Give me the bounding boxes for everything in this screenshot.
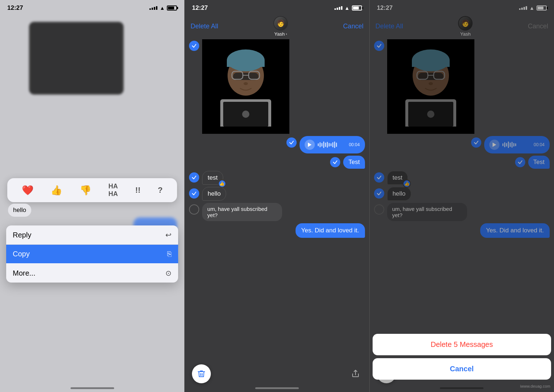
check-test-received-p2[interactable] xyxy=(189,172,199,183)
msg-row-audio-p2: 00:04 xyxy=(189,136,365,153)
wifi-icon-p2: ▲ xyxy=(345,5,350,11)
uncheck-subscribed-p2[interactable] xyxy=(189,204,199,215)
msg-row-test-received-p2: test 👍 xyxy=(189,171,365,185)
messages-list-p2: 00:04 Test test 👍 xyxy=(185,36,369,363)
msg-row-test-p2: Test xyxy=(189,156,365,169)
check-hello-p2[interactable] xyxy=(189,188,199,199)
check-image-p3[interactable] xyxy=(374,41,384,51)
msg-row-yes-p2: Yes. Did and loved it. xyxy=(189,223,365,238)
copy-icon: ⎘ xyxy=(167,250,172,258)
status-bar-panel1: 12:27 ▲ xyxy=(0,0,184,16)
msg-row-hello-p3: hello xyxy=(374,187,550,201)
subscribed-bubble-p3: um, have yall subscribed yet? xyxy=(387,203,467,221)
nav-bar-panel3: Delete All 🧑 Yash Cancel xyxy=(370,16,554,36)
waveform-p2 xyxy=(318,140,346,149)
panel-2-select-messages: 12:27 ▲ Delete All 🧑 xyxy=(184,0,369,392)
battery-icon-p2 xyxy=(352,5,362,11)
status-icons-panel2: ▲ xyxy=(334,5,362,11)
nav-center-p2: 🧑 Yash › xyxy=(273,16,288,37)
msg-row-test-received-p3: test 👍 xyxy=(374,171,550,185)
status-time-panel1: 12:27 xyxy=(7,4,23,12)
cancel-button-p2[interactable]: Cancel xyxy=(343,23,364,30)
home-indicator-p3 xyxy=(440,387,483,389)
status-bar-panel3: 12:27 ▲ xyxy=(370,0,554,16)
reaction-question[interactable]: ? xyxy=(158,185,162,195)
check-test-received-p3[interactable] xyxy=(374,172,384,183)
hello-bubble-p2: hello xyxy=(202,187,226,201)
svg-point-26 xyxy=(427,111,434,118)
svg-marker-28 xyxy=(493,143,496,147)
reaction-haha[interactable]: HAHA xyxy=(108,183,118,198)
cancel-button-p3[interactable]: Cancel xyxy=(528,23,548,30)
msg-row-yes-p3: Yes. Did and loved it. xyxy=(374,223,550,238)
panel-1-context-menu: 12:27 ▲ ❤️ 👍 👎 HAHA !! ? hello Reply xyxy=(0,0,184,392)
signal-icon-p2 xyxy=(334,6,342,10)
signal-icon xyxy=(149,6,157,10)
action-sheet-panel3: Delete 5 Messages Cancel xyxy=(370,334,554,392)
svg-rect-3 xyxy=(227,60,265,67)
svg-marker-13 xyxy=(308,143,312,147)
test-bubble-p2: Test xyxy=(343,156,365,169)
audio-time-p3: 00:04 xyxy=(534,142,545,147)
messages-screen-panel3: 12:27 ▲ Delete All 🧑 xyxy=(370,0,554,392)
reaction-emphasis[interactable]: !! xyxy=(135,185,141,195)
msg-row-hello-p2: hello xyxy=(189,187,365,201)
reaction-thumbsup[interactable]: 👍 xyxy=(51,185,62,196)
bg-blurred-image xyxy=(29,22,124,95)
waveform-p3 xyxy=(502,140,531,149)
svg-point-8 xyxy=(244,82,248,85)
reaction-thumbsdown[interactable]: 👎 xyxy=(80,185,91,196)
home-indicator-p2 xyxy=(255,387,299,389)
msg-row-audio-p3: 00:04 xyxy=(374,136,550,153)
audio-bubble-p2[interactable]: 00:04 xyxy=(300,136,365,153)
delete-all-button-p3[interactable]: Delete All xyxy=(376,23,403,30)
status-time-panel2: 12:27 xyxy=(192,4,208,12)
thumbs-reaction-badge-p3: 👍 xyxy=(403,180,411,188)
signal-icon-p3 xyxy=(519,6,527,10)
msg-row-image-p2 xyxy=(189,39,365,134)
yes-bubble-p2: Yes. Did and loved it. xyxy=(296,223,365,238)
check-image-p2[interactable] xyxy=(189,41,199,51)
check-audio-p3[interactable] xyxy=(471,137,481,148)
thumbs-reaction-badge-p2: 👍 xyxy=(218,180,226,188)
check-test-p2[interactable] xyxy=(330,157,340,167)
messages-screen-panel2: 12:27 ▲ Delete All 🧑 xyxy=(185,0,369,392)
reply-label: Reply xyxy=(13,231,31,239)
watermark: iwww.deuag.com xyxy=(520,384,550,388)
uncheck-subscribed-p3[interactable] xyxy=(374,204,384,215)
hello-message-bubble: hello xyxy=(8,204,31,217)
svg-rect-18 xyxy=(412,60,450,67)
status-time-panel3: 12:27 xyxy=(377,4,393,12)
status-icons-panel1: ▲ xyxy=(149,5,177,11)
battery-icon xyxy=(167,5,177,11)
trash-button-p2[interactable] xyxy=(192,364,211,383)
cancel-delete-button[interactable]: Cancel xyxy=(373,358,551,380)
check-test-p3[interactable] xyxy=(515,157,525,167)
context-menu-copy[interactable]: Copy ⎘ xyxy=(6,244,178,263)
messages-list-p3: 00:04 Test test 👍 xyxy=(370,36,554,363)
subscribed-bubble-p2: um, have yall subscribed yet? xyxy=(202,203,282,221)
svg-point-11 xyxy=(242,111,249,118)
memoji-image-p2 xyxy=(202,39,289,134)
reply-icon: ↩ xyxy=(165,231,172,239)
msg-row-test-p3: Test xyxy=(374,156,550,169)
delete-all-button-p2[interactable]: Delete All xyxy=(190,23,218,30)
yes-bubble-p3: Yes. Did and loved it. xyxy=(480,223,550,238)
audio-bubble-p3[interactable]: 00:04 xyxy=(484,136,550,153)
reaction-heart[interactable]: ❤️ xyxy=(22,185,33,196)
share-button-p2[interactable] xyxy=(349,367,362,380)
contact-name-p2: Yash › xyxy=(274,31,287,37)
status-bar-panel2: 12:27 ▲ xyxy=(185,0,369,16)
play-button-p2[interactable] xyxy=(305,140,315,150)
context-menu: Reply ↩ Copy ⎘ More... ⊙ xyxy=(6,225,178,283)
delete-messages-button[interactable]: Delete 5 Messages xyxy=(373,334,551,355)
play-button-p3[interactable] xyxy=(489,140,499,150)
hello-bubble-p3: hello xyxy=(387,187,411,201)
context-menu-more[interactable]: More... ⊙ xyxy=(6,263,178,283)
check-audio-p2[interactable] xyxy=(286,137,297,148)
check-hello-p3[interactable] xyxy=(374,188,384,199)
reaction-bar[interactable]: ❤️ 👍 👎 HAHA !! ? xyxy=(7,178,177,202)
home-indicator-panel1 xyxy=(71,387,114,389)
context-menu-reply[interactable]: Reply ↩ xyxy=(6,225,178,244)
nav-bar-panel2: Delete All 🧑 Yash › Cancel xyxy=(185,16,369,36)
